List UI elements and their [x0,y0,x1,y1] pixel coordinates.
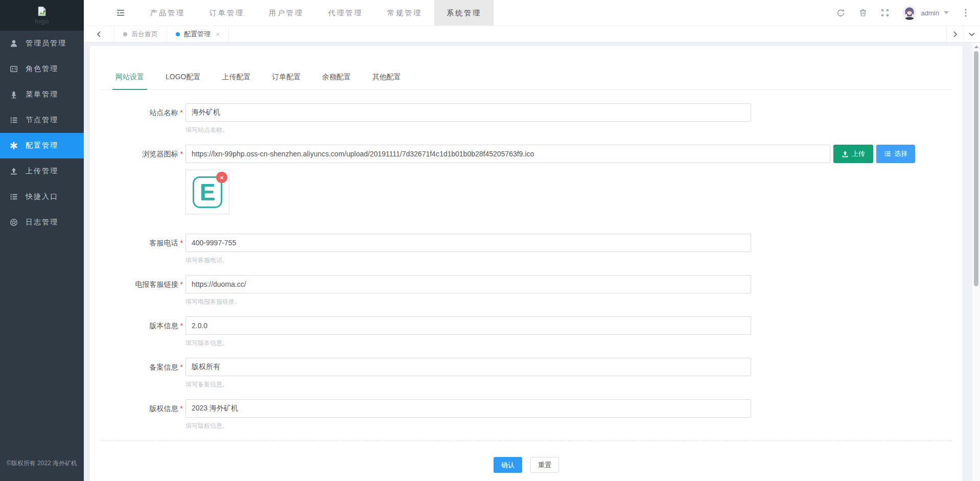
config-tabs: 网站设置 LOGO配置 上传配置 订单配置 余额配置 其他配置 [101,68,952,90]
close-tab-icon[interactable]: × [216,31,220,38]
sidebar-item-config-manage[interactable]: 配置管理 [0,133,84,158]
sidebar-item-label: 管理员管理 [26,39,66,48]
site-settings-form: 站点名称* 填写站点名称。 浏览器图标* 上传 [90,103,963,429]
select-button[interactable]: 选择 [876,145,915,163]
remove-image-button[interactable]: × [216,172,227,183]
tab-config-manage[interactable]: 配置管理 × [167,26,229,42]
config-asterisk-icon [10,142,18,150]
sidebar-item-label: 角色管理 [26,64,58,74]
refresh-icon[interactable] [836,8,846,18]
collapse-sidebar-icon[interactable] [115,8,126,18]
logo-header: logo [0,0,84,31]
user-menu[interactable]: admin [902,6,949,20]
telegram-link-input[interactable] [185,275,751,293]
version-input[interactable] [185,316,751,335]
field-hint: 填写客服电话。 [185,257,751,264]
field-label: 浏览器图标* [110,145,183,222]
sidebar-item-label: 上传管理 [26,167,58,176]
tabs-scroll-right-button[interactable] [946,26,963,42]
form-row-icp: 备案信息* 填写备案信息。 [110,358,963,388]
tab-logo-config[interactable]: LOGO配置 [162,68,203,89]
field-label: 版本信息* [110,316,183,347]
form-row-version: 版本信息* 填写版本信息。 [110,316,963,347]
sidebar-item-admin-manage[interactable]: 管理员管理 [0,31,84,56]
icp-input[interactable] [185,358,751,376]
topnav-item-general[interactable]: 常规管理 [375,0,434,26]
upload-arrow-icon [10,167,18,175]
trash-icon[interactable] [858,8,868,17]
tabs-scroll-left-button[interactable] [84,26,114,42]
required-asterisk: * [180,280,183,288]
reset-button[interactable]: 重置 [530,457,559,473]
field-label: 电报客服链接* [110,275,183,305]
sidebar-item-node-manage[interactable]: 节点管理 [0,107,84,133]
broken-image-icon [36,6,48,17]
top-nav: 产品管理 订单管理 用户管理 代理管理 常规管理 系统管理 [138,0,494,26]
field-hint: 填写版权信息。 [185,422,751,429]
list-icon [10,116,18,124]
field-label: 版权信息* [110,399,183,429]
topnav-item-order[interactable]: 订单管理 [197,0,256,26]
tab-label: 配置管理 [184,30,211,39]
sidebar-item-role-manage[interactable]: 角色管理 [0,56,84,82]
required-asterisk: * [180,239,183,247]
topbar-right: admin [836,6,970,20]
kebab-menu-icon[interactable] [962,8,970,17]
field-hint: 填写站点名称。 [185,126,751,133]
sidebar-item-upload-manage[interactable]: 上传管理 [0,158,84,184]
page-tabbar: 后台首页 配置管理 × [84,26,980,42]
tree-icon [10,90,18,99]
scroll-up-arrow-icon[interactable] [972,43,980,51]
tab-upload-config[interactable]: 上传配置 [219,68,253,89]
tabs-dropdown-button[interactable] [963,26,980,42]
tab-site-settings[interactable]: 网站设置 [112,68,147,90]
confirm-button[interactable]: 确认 [494,457,522,473]
sidebar-item-label: 日志管理 [26,218,58,227]
copyright-input[interactable] [185,399,751,418]
sidebar-copyright: ©版权所有 2022 海外矿机 [0,459,84,468]
user-icon [10,39,18,48]
sidebar-item-menu-manage[interactable]: 菜单管理 [0,82,84,107]
upload-button[interactable]: 上传 [833,145,873,163]
required-asterisk: * [180,150,183,158]
favicon-preview: E × [185,170,229,214]
logo-text: logo [35,17,49,25]
form-row-telegram-link: 电报客服链接* 填写电报客服链接。 [110,275,963,305]
service-phone-input[interactable] [185,234,751,252]
form-actions: 确认 重置 [90,457,963,473]
vertical-scrollbar[interactable] [972,43,980,481]
tab-balance-config[interactable]: 余额配置 [319,68,354,89]
scrollbar-thumb[interactable] [974,51,978,286]
required-asterisk: * [180,108,183,117]
sidebar-item-label: 快捷入口 [26,192,58,201]
tabbar-controls [946,26,980,42]
sidebar-item-log-manage[interactable]: 日志管理 [0,210,84,235]
sidebar-item-quick-entry[interactable]: 快捷入口 [0,184,84,210]
topnav-item-product[interactable]: 产品管理 [138,0,197,26]
sidebar-item-label: 菜单管理 [26,90,58,99]
tab-dashboard[interactable]: 后台首页 [114,26,167,42]
tab-other-config[interactable]: 其他配置 [369,68,404,89]
log-ball-icon [10,218,18,226]
role-badge-icon [10,65,18,73]
upload-icon [842,150,849,157]
required-asterisk: * [180,404,183,413]
topbar: 产品管理 订单管理 用户管理 代理管理 常规管理 系统管理 admin [84,0,980,26]
favicon-url-input[interactable] [185,145,830,163]
topnav-item-system[interactable]: 系统管理 [434,0,494,26]
sidebar: logo 管理员管理 角色管理 菜单管理 节点管理 [0,0,84,481]
field-hint: 填写电报客服链接。 [185,298,751,305]
sidebar-item-label: 节点管理 [26,116,58,125]
tab-order-config[interactable]: 订单配置 [269,68,304,89]
topnav-item-user[interactable]: 用户管理 [256,0,316,26]
tab-dot-icon [176,32,180,36]
site-name-input[interactable] [185,103,751,122]
avatar [902,6,917,20]
required-asterisk: * [180,322,183,330]
list-icon [10,193,18,201]
topnav-item-agent[interactable]: 代理管理 [316,0,375,26]
form-row-favicon: 浏览器图标* 上传 [110,145,963,222]
sidebar-menu: 管理员管理 角色管理 菜单管理 节点管理 配置管理 [0,31,84,235]
fullscreen-icon[interactable] [880,8,890,17]
field-label: 客服电话* [110,234,183,264]
